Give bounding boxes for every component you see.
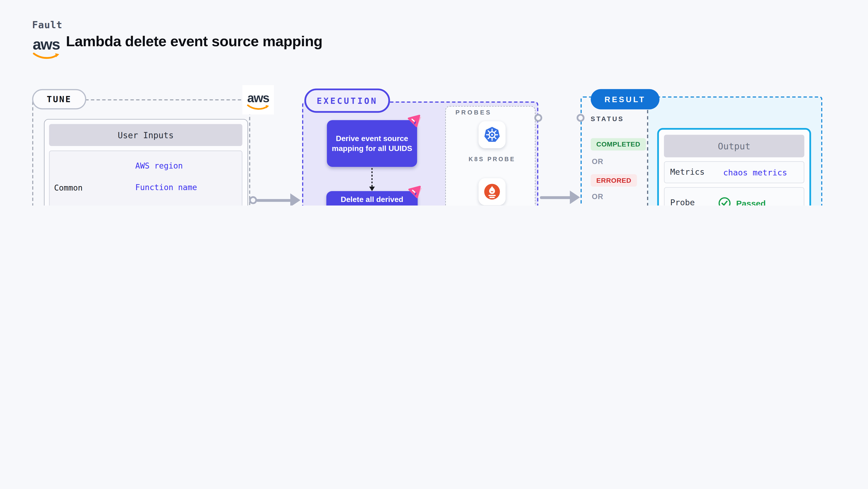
execution-pill: EXECUTION — [304, 88, 390, 113]
probe-result-passed: Passed — [718, 197, 766, 206]
flow-connector — [371, 168, 373, 187]
prometheus-icon — [478, 178, 505, 205]
tune-pill: TUNE — [32, 89, 86, 110]
fault-diagram: Fault aws Lambda delete event source map… — [0, 0, 868, 206]
aws-logo: aws — [32, 37, 61, 60]
status-badge-errored: ERRORED — [591, 174, 637, 187]
metrics-label: Metrics — [670, 162, 705, 183]
aws-logo-text: aws — [33, 37, 60, 52]
check-circle-icon — [718, 197, 731, 206]
result-pill: RESULT — [591, 89, 659, 110]
flow-connector-head — [369, 187, 375, 191]
kubernetes-icon — [478, 121, 505, 148]
passed-label: Passed — [736, 198, 766, 206]
or-separator: OR — [592, 157, 603, 166]
input-row-common: Common AWS region Function name Event UU… — [49, 151, 242, 206]
probe-label: K8S PROBE — [469, 155, 516, 164]
connector-ring — [577, 114, 584, 122]
connector-arrow-shaft — [540, 196, 571, 199]
result-divider — [647, 97, 648, 206]
step-derive-event-source-mapping[interactable]: Derive event source mapping for all UUID… — [327, 120, 417, 167]
user-inputs-header: User Inputs — [49, 124, 242, 146]
status-title: STATUS — [591, 116, 624, 123]
connector-ring — [534, 114, 542, 122]
metrics-row: Metrics chaos metrics — [664, 161, 804, 183]
probe-prometheus[interactable]: PROMETHEUS PROBE — [456, 178, 529, 206]
chaos-fault-icon — [408, 186, 423, 200]
probes-title: PROBES — [456, 109, 492, 116]
connector-arrow-head — [570, 190, 580, 204]
input-row-values: AWS region Function name Event UUIDS — [135, 151, 237, 206]
output-card: Output Metrics chaos metrics Probe Resul… — [657, 128, 811, 206]
aws-logo-tune: aws — [242, 85, 274, 115]
input-link[interactable]: Event UUIDS — [135, 203, 232, 206]
step-label: Derive event source mapping for all UUID… — [332, 134, 412, 153]
or-separator: OR — [592, 192, 603, 201]
input-link[interactable]: Function name — [135, 182, 232, 194]
kicker-label: Fault — [32, 19, 63, 31]
chaos-metrics-link[interactable]: chaos metrics — [723, 162, 787, 183]
step-delete-event-source-mapping[interactable]: Delete all derived event source mapping — [326, 191, 417, 206]
probe-results-label: Probe Results — [670, 197, 705, 206]
probe-results-row: Probe Results Passed OR Failed — [664, 187, 804, 206]
input-link[interactable]: AWS region — [135, 160, 232, 173]
chaos-fault-icon — [408, 115, 422, 129]
status-badge-completed: COMPLETED — [591, 138, 646, 151]
step-label: Delete all derived event source mapping — [341, 194, 403, 206]
output-header: Output — [664, 134, 804, 157]
connector-arrow-shaft — [256, 198, 291, 202]
input-row-label: Common — [54, 151, 83, 206]
connector-ring — [249, 196, 257, 204]
connector-arrow-head — [290, 193, 301, 206]
page-title: Lambda delete event source mapping — [66, 33, 322, 50]
probe-k8s[interactable]: K8S PROBE — [456, 121, 529, 164]
aws-smile-icon — [247, 104, 270, 110]
user-inputs-card: User Inputs Common AWS region Function n… — [44, 119, 248, 206]
aws-smile-icon — [33, 52, 60, 60]
aws-logo-text: aws — [247, 92, 269, 104]
